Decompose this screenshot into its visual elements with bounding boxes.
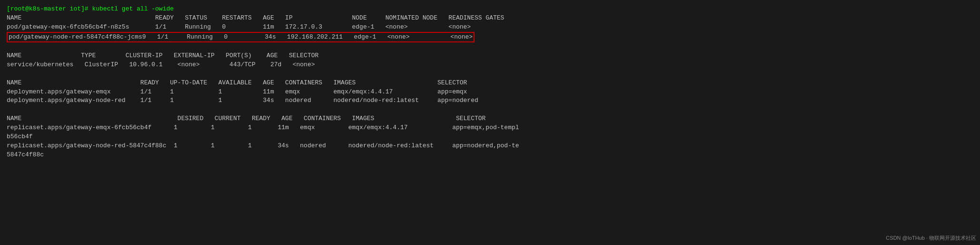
services-header: NAME TYPE CLUSTER-IP EXTERNAL-IP PORT(S)… xyxy=(7,51,973,61)
terminal-window: [root@k8s-master iot]# kubectl get all -… xyxy=(7,5,973,159)
rs1-line1: replicaset.apps/gateway-emqx-6fcb56cb4f … xyxy=(7,123,973,133)
rs2-line1: replicaset.apps/gateway-node-red-5847c4f… xyxy=(7,142,973,151)
pod2-row-highlighted: pod/gateway-node-red-5847c4f88c-jcms9 1/… xyxy=(7,32,973,43)
service1-row: service/kubernetes ClusterIP 10.96.0.1 <… xyxy=(7,61,973,70)
pod1-row: pod/gateway-emqx-6fcb56cb4f-n8z5s 1/1 Ru… xyxy=(7,23,973,32)
pods-header: NAME READY STATUS RESTARTS AGE IP NODE N… xyxy=(7,14,973,23)
watermark: CSDN @IoTHub · 物联网开源技术社区 xyxy=(886,235,976,242)
deploy2-row: deployment.apps/gateway-node-red 1/1 1 1… xyxy=(7,96,973,105)
deploy1-row: deployment.apps/gateway-emqx 1/1 1 1 11m… xyxy=(7,88,973,97)
deployments-header: NAME READY UP-TO-DATE AVAILABLE AGE CONT… xyxy=(7,79,973,88)
command-line: [root@k8s-master iot]# kubectl get all -… xyxy=(7,5,973,14)
spacer2 xyxy=(7,70,973,79)
replicasets-header: NAME DESIRED CURRENT READY AGE CONTAINER… xyxy=(7,114,973,123)
spacer3 xyxy=(7,105,973,114)
rs2-line2: 5847c4f88c xyxy=(7,151,973,160)
spacer1 xyxy=(7,42,973,51)
pod2-highlighted-text: pod/gateway-node-red-5847c4f88c-jcms9 1/… xyxy=(7,32,475,43)
rs1-line2: b56cb4f xyxy=(7,133,973,142)
